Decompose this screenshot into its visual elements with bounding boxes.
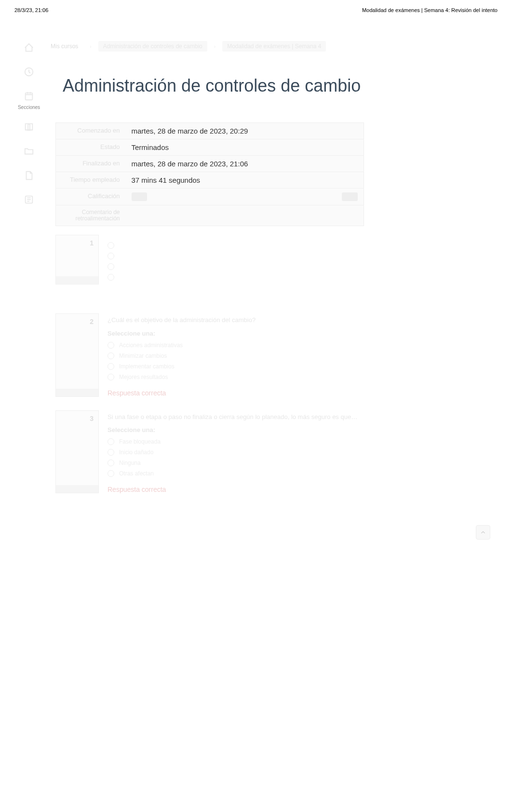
summary-label: Estado <box>56 139 126 156</box>
summary-value: martes, 28 de marzo de 2023, 21:06 <box>126 156 364 172</box>
option-item[interactable]: Fase bloqueada <box>108 438 364 445</box>
option-item[interactable]: Implementar cambios <box>108 363 364 370</box>
question-text: ¿Cuál es el objetivo de la administració… <box>108 316 364 325</box>
grades-icon[interactable] <box>22 193 36 206</box>
print-page-title: Modalidad de exámenes | Semana 4: Revisi… <box>362 7 498 13</box>
svg-rect-1 <box>26 93 33 100</box>
option-item[interactable]: Ninguna <box>108 460 364 466</box>
breadcrumb-item-mycourses[interactable]: Mis cursos <box>46 41 83 52</box>
summary-label: Comentario de retroalimentación <box>56 205 126 226</box>
home-icon[interactable] <box>22 41 36 54</box>
option-item[interactable]: Otras afectan <box>108 470 364 477</box>
option-item[interactable]: Acciones administrativas <box>108 342 364 349</box>
question-info-box: 2 <box>55 313 99 396</box>
scroll-to-top-button[interactable] <box>476 525 490 540</box>
option-item[interactable] <box>108 253 364 259</box>
table-row: Comenzado en martes, 28 de marzo de 2023… <box>56 123 364 139</box>
question-info-box: 3 <box>55 410 99 493</box>
calendar-icon[interactable] <box>22 89 36 103</box>
breadcrumb-item-course[interactable]: Administración de controles de cambio <box>98 41 207 52</box>
question-options <box>108 242 364 281</box>
table-row: Estado Terminados <box>56 139 364 156</box>
page-title: Administración de controles de cambio <box>63 76 493 96</box>
summary-label: Finalizado en <box>56 156 126 172</box>
chevron-right-icon: › <box>214 44 216 49</box>
option-item[interactable] <box>108 263 364 270</box>
question-number: 3 <box>90 415 94 422</box>
grade-percent: 0% <box>342 192 358 201</box>
question-info-box: 1 <box>55 235 99 284</box>
question-block: 2 ¿Cuál es el objetivo de la administrac… <box>55 313 364 396</box>
question-subheader: Seleccione una: <box>108 330 364 337</box>
sidebar-sections-label: Secciones <box>18 105 40 110</box>
chevron-right-icon: › <box>90 44 91 49</box>
breadcrumb-item-activity[interactable]: Modalidad de exámenes | Semana 4 <box>222 41 326 52</box>
summary-value: 0,0 0% <box>126 189 364 205</box>
question-number: 2 <box>90 318 94 325</box>
summary-value: 37 mins 41 segundos <box>126 172 364 189</box>
summary-value <box>126 205 364 226</box>
summary-value: Terminados <box>126 139 364 156</box>
option-item[interactable] <box>108 242 364 249</box>
dashboard-icon[interactable] <box>22 65 36 79</box>
table-row: Tiempo empleado 37 mins 41 segundos <box>56 172 364 189</box>
question-block: 1 <box>55 235 364 284</box>
question-options: Fase bloqueada Inicio dañado Ninguna Otr… <box>108 438 364 477</box>
option-item[interactable]: Inicio dañado <box>108 449 364 456</box>
question-block: 3 Si una fase o etapa o paso no finaliza… <box>55 410 364 493</box>
breadcrumb: Mis cursos › Administración de controles… <box>46 41 493 52</box>
table-row: Finalizado en martes, 28 de marzo de 202… <box>56 156 364 172</box>
summary-value: martes, 28 de marzo de 2023, 20:29 <box>126 123 364 139</box>
question-number: 1 <box>90 239 94 247</box>
file-icon[interactable] <box>22 169 36 182</box>
grade-score: 0,0 <box>132 192 148 201</box>
folder-icon[interactable] <box>22 145 36 158</box>
summary-label: Tiempo empleado <box>56 172 126 189</box>
question-feedback: Respuesta correcta <box>108 389 364 397</box>
table-row: Calificación 0,0 0% <box>56 189 364 205</box>
left-sidebar: Secciones <box>14 41 43 206</box>
book-icon[interactable] <box>22 121 36 134</box>
question-options: Acciones administrativas Minimizar cambi… <box>108 342 364 380</box>
summary-label: Comenzado en <box>56 123 126 139</box>
attempt-summary-table: Comenzado en martes, 28 de marzo de 2023… <box>55 122 364 226</box>
question-subheader: Seleccione una: <box>108 426 364 433</box>
option-item[interactable]: Mejores resultados <box>108 374 364 380</box>
question-text: Si una fase o etapa o paso no finaliza o… <box>108 413 364 421</box>
print-timestamp: 28/3/23, 21:06 <box>14 7 48 13</box>
option-item[interactable]: Minimizar cambios <box>108 352 364 359</box>
summary-label: Calificación <box>56 189 126 205</box>
table-row: Comentario de retroalimentación <box>56 205 364 226</box>
question-feedback: Respuesta correcta <box>108 486 364 493</box>
option-item[interactable] <box>108 274 364 281</box>
